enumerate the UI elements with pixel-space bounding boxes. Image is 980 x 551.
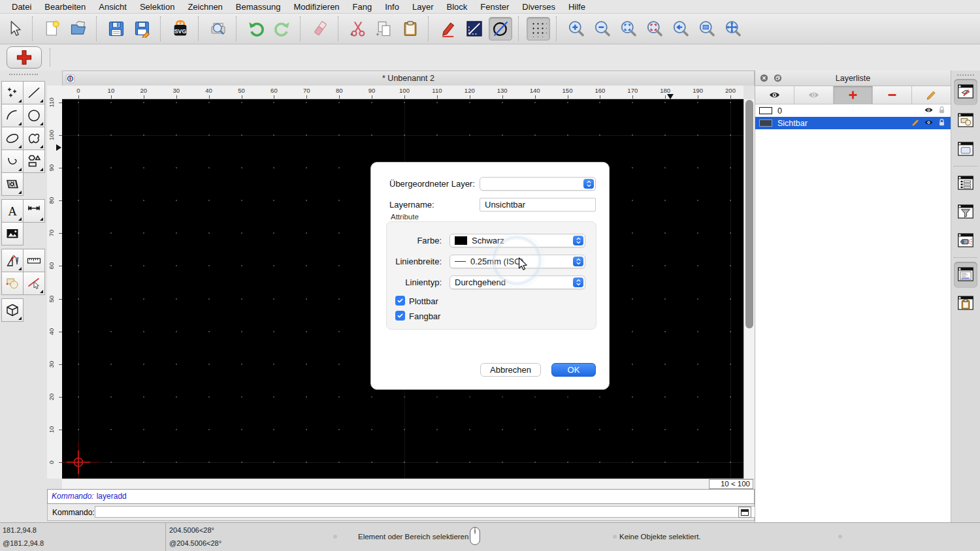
menu-selektion[interactable]: Selektion <box>133 0 181 14</box>
zoom-in-button[interactable] <box>564 17 588 40</box>
grid-button[interactable] <box>527 17 550 40</box>
layer-lock-icon[interactable] <box>937 105 947 117</box>
vertical-scrollbar[interactable] <box>743 99 755 479</box>
edit-pencil-button[interactable] <box>436 17 460 40</box>
grid-dot <box>469 396 470 398</box>
remove-layer-button[interactable] <box>873 86 912 104</box>
drawing-scale-button[interactable] <box>463 17 486 40</box>
menu-zeichnen[interactable]: Zeichnen <box>181 0 229 14</box>
show-all-layers-button[interactable] <box>755 86 794 104</box>
layer-row[interactable]: 0 <box>755 104 951 117</box>
command-options-button[interactable] <box>738 507 751 518</box>
cancel-button[interactable]: Abbrechen <box>480 363 541 377</box>
menu-bemassung[interactable]: Bemassung <box>229 0 287 14</box>
text-tool-button[interactable]: A <box>1 199 24 223</box>
box3d-tool-button[interactable] <box>1 298 24 322</box>
ellipse-tool-button[interactable] <box>1 127 24 150</box>
hatch-tool-button[interactable] <box>1 172 24 196</box>
edit-layer-button[interactable] <box>912 86 951 104</box>
grid-dot <box>273 396 274 398</box>
layer-lock-icon[interactable] <box>937 118 947 129</box>
layer-list-panel-button[interactable] <box>954 79 977 105</box>
print-preview-button[interactable] <box>206 17 230 40</box>
pan-button[interactable] <box>721 17 745 40</box>
redo-button[interactable] <box>270 17 294 40</box>
dimension-tool-button[interactable] <box>23 199 45 223</box>
vruler-label: 100 <box>47 129 56 142</box>
clipboard-panel-button[interactable] <box>954 291 977 317</box>
grid-dot <box>78 331 79 332</box>
menu-modifizieren[interactable]: Modifizieren <box>287 0 346 14</box>
zoom-window-button[interactable] <box>695 17 719 40</box>
line-tool-button[interactable] <box>23 81 45 104</box>
plottable-checkbox[interactable] <box>395 296 405 306</box>
drafting-tools-tool-button[interactable] <box>1 249 24 272</box>
vertical-scrollbar-thumb[interactable] <box>745 100 753 328</box>
add-layer-button[interactable] <box>834 86 873 104</box>
cad-toolbar-button[interactable] <box>7 46 42 69</box>
polyline-tool-button[interactable] <box>1 150 24 173</box>
menu-diverses[interactable]: Diverses <box>515 0 562 14</box>
menu-block[interactable]: Block <box>440 0 474 14</box>
edit-layer-icon[interactable] <box>911 118 921 129</box>
restriction-off-button[interactable] <box>489 17 512 40</box>
menu-info[interactable]: Info <box>378 0 406 14</box>
menu-fang[interactable]: Fang <box>346 0 379 14</box>
point-tool-button[interactable] <box>1 81 24 104</box>
hruler-label: 100 <box>395 87 414 94</box>
grid-dot <box>534 396 536 398</box>
menu-datei[interactable]: Datei <box>5 0 38 14</box>
image-tool-button[interactable] <box>1 222 24 245</box>
major-gridline <box>78 99 79 479</box>
hruler-tick <box>176 95 177 99</box>
command-line-panel-button[interactable] <box>954 262 977 288</box>
shapes-tool-button[interactable] <box>23 150 45 173</box>
select-arrow-button[interactable] <box>3 17 26 40</box>
circle-tool-button[interactable] <box>23 104 45 127</box>
layer-visibility-icon[interactable] <box>924 105 934 117</box>
undo-button[interactable] <box>244 17 268 40</box>
layer-visibility-icon[interactable] <box>924 118 934 129</box>
paste-button[interactable] <box>399 17 422 40</box>
arc-tool-button[interactable] <box>1 104 24 127</box>
property-editor-panel-button[interactable] <box>954 170 977 197</box>
menu-layer[interactable]: Layer <box>406 0 440 14</box>
svg-export-button[interactable]: SVG <box>169 17 192 40</box>
spline-tool-button[interactable] <box>23 127 45 150</box>
ok-button[interactable]: OK <box>551 363 596 377</box>
parent-layer-dropdown[interactable] <box>480 177 596 191</box>
layer-name-field[interactable]: Unsichtbar <box>480 198 596 212</box>
command-input[interactable] <box>95 506 774 518</box>
layer-row[interactable]: Sichtbar <box>755 117 951 129</box>
measure-tool-button[interactable] <box>23 249 45 272</box>
selection-filter-panel-button[interactable] <box>954 199 977 225</box>
horizontal-scrollbar[interactable]: 10 < 100 <box>62 479 755 489</box>
auto-zoom-button[interactable] <box>617 17 640 40</box>
new-file-button[interactable] <box>41 17 64 40</box>
menu-hilfe[interactable]: Hilfe <box>562 0 592 14</box>
modify-combine-tool-button[interactable] <box>1 272 24 295</box>
snap-tool-tool-button[interactable] <box>23 272 45 295</box>
menu-bearbeiten[interactable]: Bearbeiten <box>38 0 92 14</box>
zoom-selection-button[interactable] <box>643 17 666 40</box>
float-panel-icon[interactable] <box>773 73 783 83</box>
cut-button[interactable]: + <box>346 17 370 40</box>
library-browser-panel-button[interactable] <box>954 136 977 163</box>
zoom-out-button[interactable] <box>591 17 614 40</box>
copy-button[interactable]: + <box>372 17 396 40</box>
block-list-panel-button[interactable] <box>954 108 977 134</box>
previous-view-button[interactable] <box>669 17 693 40</box>
command-line-panel-icon <box>956 264 975 285</box>
menu-ansicht[interactable]: Ansicht <box>92 0 133 14</box>
save-button[interactable] <box>105 17 128 40</box>
close-panel-icon[interactable] <box>759 73 769 83</box>
snappable-checkbox[interactable] <box>395 311 405 321</box>
save-as-button[interactable] <box>131 17 154 40</box>
hide-all-layers-button[interactable] <box>794 86 834 104</box>
open-file-button[interactable] <box>67 17 90 40</box>
menu-fenster[interactable]: Fenster <box>474 0 515 14</box>
document-title-bar[interactable]: * Unbenannt 2 <box>62 71 755 86</box>
lens-panel-button[interactable] <box>954 228 977 254</box>
eraser-button[interactable] <box>308 17 332 40</box>
lens-panel-icon <box>956 230 975 251</box>
